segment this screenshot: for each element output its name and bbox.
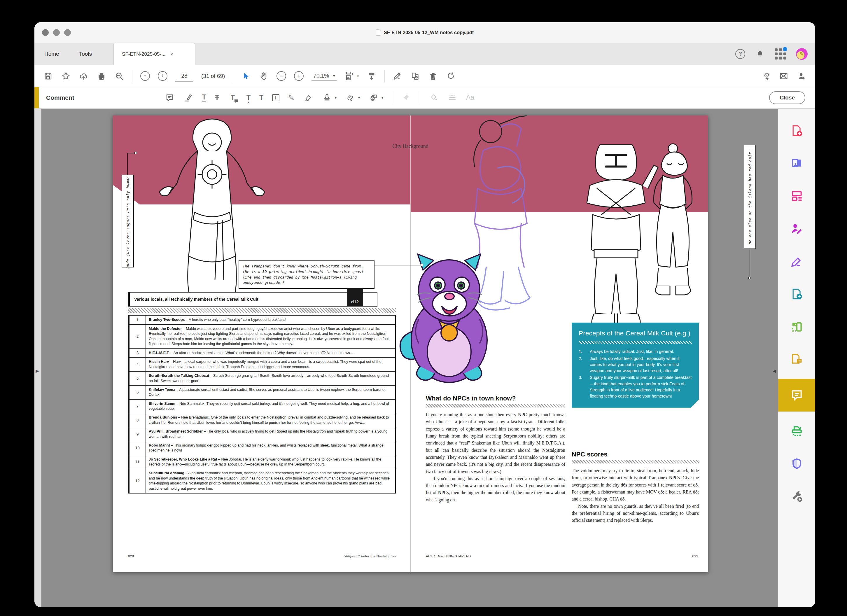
right-page-number: 029: [426, 554, 698, 558]
hand-tool-icon[interactable]: [259, 71, 269, 81]
heading-hatch: [426, 404, 565, 408]
precepts-box: Precepts of the Cereal Milk Cult (e.g.) …: [572, 323, 699, 408]
help-icon[interactable]: ?: [735, 49, 745, 59]
tab-close-icon[interactable]: ×: [170, 52, 173, 57]
attach-caret[interactable]: ▾: [358, 96, 360, 100]
comment-accent-bar: [34, 87, 39, 108]
zoom-out-icon[interactable]: −: [276, 71, 286, 81]
share-link-icon[interactable]: [761, 71, 771, 81]
comment-tool-active[interactable]: [778, 379, 815, 412]
npc-description-cell: Robo Mann! – This ordinary fishpickler g…: [146, 441, 396, 455]
highlighter-icon[interactable]: [183, 93, 193, 103]
npc-description-cell: Branley Two-Scoops – A heretic who only …: [146, 315, 396, 324]
fit-width-caret[interactable]: ▾: [357, 74, 359, 78]
close-comment-button[interactable]: Close: [769, 91, 805, 104]
zoom-level-value: 70.1%: [313, 72, 329, 79]
roll-number-cell: 7: [129, 399, 146, 413]
print-icon[interactable]: [97, 71, 106, 81]
sign-pen-icon[interactable]: [393, 71, 403, 81]
npc-know-paragraph-2: If you're running this as a short campai…: [426, 475, 565, 504]
collapse-right-panel-icon[interactable]: ◀: [773, 368, 776, 374]
stamp-icon[interactable]: [322, 93, 332, 103]
create-pdf-icon[interactable]: [790, 124, 804, 137]
save-icon[interactable]: [43, 71, 53, 81]
eraser-icon[interactable]: [303, 93, 313, 103]
add-text-icon[interactable]: T: [259, 94, 263, 101]
next-page-icon[interactable]: ↑: [158, 71, 167, 81]
attach-file-icon[interactable]: [345, 93, 355, 103]
left-panel-strip[interactable]: ▶: [34, 109, 41, 607]
shapes-icon[interactable]: [369, 93, 379, 103]
delete-pages-icon[interactable]: [428, 71, 438, 81]
page-count-label: (31 of 69): [201, 73, 225, 79]
tab-tools[interactable]: Tools: [69, 43, 102, 65]
comment-toolbar: Comment T T T T T T ✎ ▾: [34, 87, 815, 108]
girl-figure-illustration: [638, 143, 705, 327]
tab-home[interactable]: Home: [34, 43, 69, 65]
table-row: 2 Maldo the Defector – Maldo was a steve…: [129, 324, 396, 349]
request-signatures-icon[interactable]: [797, 71, 806, 81]
organize-pages-icon[interactable]: [410, 71, 420, 81]
close-window-button[interactable]: [42, 29, 49, 36]
tab-bar: Home Tools SF-ETN-2025-05-... × ? ✎: [34, 43, 815, 65]
search-icon[interactable]: [114, 71, 124, 81]
note-to-text-icon[interactable]: T: [228, 93, 238, 103]
previous-page-icon[interactable]: ↑: [140, 71, 150, 81]
acrobat-window: SF-ETN-2025-05-12_WM notes copy.pdf Home…: [34, 22, 815, 607]
tab-document-label: SF-ETN-2025-05-...: [122, 51, 165, 57]
share-pdf-icon[interactable]: [790, 287, 804, 301]
select-tool-icon[interactable]: [241, 71, 251, 81]
sticky-note-icon[interactable]: [165, 93, 175, 103]
npc-scores-paragraph-1: The voidminers may try to lie to, steal …: [572, 467, 699, 503]
npc-description-cell: Subcultural Adamag – A political cartoon…: [146, 469, 396, 493]
table-row: 12 Subcultural Adamag – A political cart…: [129, 469, 396, 493]
draw-pencil-icon[interactable]: ✎: [288, 94, 295, 102]
tab-document[interactable]: SF-ETN-2025-05-... ×: [114, 43, 195, 65]
share-cloud-icon[interactable]: [79, 71, 89, 81]
stamp-caret[interactable]: ▾: [335, 96, 336, 100]
fill-sign-icon[interactable]: [790, 222, 804, 235]
underline-text-icon[interactable]: T: [202, 94, 206, 102]
app-grid-icon[interactable]: [775, 49, 786, 59]
text-box-icon[interactable]: T: [272, 94, 279, 101]
document-icon: [376, 30, 381, 35]
page-number-input[interactable]: [175, 71, 193, 82]
strikethrough-text-icon[interactable]: T: [215, 94, 219, 101]
scan-ocr-icon[interactable]: [790, 424, 804, 438]
comment-toolbar-title: Comment: [46, 94, 74, 101]
zoom-window-button[interactable]: [64, 29, 71, 36]
rotate-pages-icon[interactable]: [446, 71, 456, 81]
more-tools-icon[interactable]: [790, 490, 804, 503]
insert-text-icon[interactable]: T: [246, 94, 251, 101]
npc-description-cell: Maldo the Defector – Maldo was a stevedo…: [146, 324, 396, 349]
fit-width-icon[interactable]: [344, 71, 354, 81]
combine-comment-icon[interactable]: [790, 353, 804, 366]
zoom-level-select[interactable]: 70.1% ▾: [311, 71, 336, 81]
npc-description-cell: Jo Secretkeeper, Who Looks Like a Rat – …: [146, 455, 396, 469]
notifications-bell-icon[interactable]: [755, 49, 765, 59]
npc-description-cell: H.E.L.M.E.T. – An ultra-orthodox cereal …: [146, 349, 396, 357]
npc-scores-paragraph-2: Note, there are no town guards, as they'…: [572, 503, 699, 524]
sign-pencil-icon[interactable]: [790, 255, 804, 268]
protect-icon[interactable]: [790, 457, 804, 470]
avatar[interactable]: ✎: [796, 48, 808, 60]
minimize-window-button[interactable]: [53, 29, 60, 36]
expand-left-panel-icon[interactable]: ▶: [35, 368, 39, 374]
roll-number-cell: 2: [129, 324, 146, 349]
page-scrolling-icon[interactable]: [367, 71, 376, 81]
table-row: 1 Branley Two-Scoops – A heretic who onl…: [129, 315, 396, 324]
heading-hatch: [572, 460, 699, 464]
mobile-scan-icon[interactable]: [790, 320, 804, 333]
npc-table-title-bar: Various locals, all technically members …: [128, 292, 378, 307]
star-icon[interactable]: [61, 71, 71, 81]
shapes-caret[interactable]: ▾: [382, 96, 383, 100]
table-row: 6 Knifelaw Teena – A passionate cereal e…: [129, 385, 396, 399]
notification-dot: [783, 47, 787, 51]
edit-pdf-icon[interactable]: [790, 189, 804, 203]
email-icon[interactable]: [779, 71, 789, 81]
text-style-icon: Aa: [466, 94, 474, 101]
table-row: 7 Shiverin Samm – Née Sammalax. They've …: [129, 399, 396, 413]
zoom-in-icon[interactable]: +: [294, 71, 304, 81]
document-viewport[interactable]: ◀ City Background: [41, 109, 778, 607]
export-pdf-icon[interactable]: [790, 157, 804, 170]
